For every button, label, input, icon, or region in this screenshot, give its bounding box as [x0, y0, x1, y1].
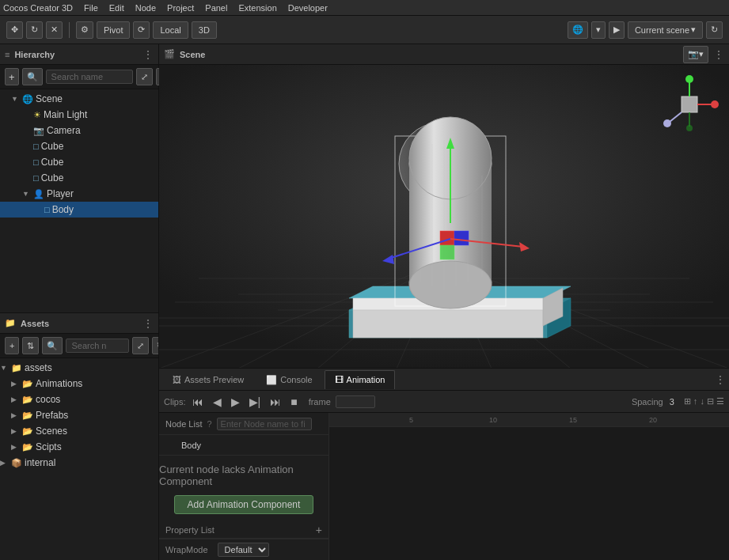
animations-label: Animations — [36, 378, 82, 389]
assets-menu-icon[interactable]: ⋮ — [142, 317, 154, 330]
3d-button[interactable]: 3D — [192, 21, 217, 39]
menu-item-edit[interactable]: Edit — [109, 3, 124, 13]
hierarchy-expand-button[interactable]: ⤢ — [136, 68, 153, 85]
prefabs-arrow-icon: ▶ — [11, 411, 22, 419]
svg-rect-38 — [454, 231, 469, 245]
cocos-folder-icon: 📂 — [22, 395, 33, 405]
toolbar-refresh-button[interactable]: ↻ — [706, 21, 723, 39]
assets-search-input[interactable] — [66, 339, 129, 353]
asset-item-scenes[interactable]: ▶ 📂 Scenes — [0, 423, 158, 439]
scene-panel-icon: 🎬 — [164, 49, 175, 59]
anim-first-button[interactable]: ⏮ — [189, 394, 207, 410]
asset-item-assets[interactable]: ▼ 📁 assets — [0, 360, 158, 376]
assets-header: 📁 Assets ⋮ — [0, 313, 158, 334]
scene-menu-icon[interactable]: ⋮ — [713, 48, 724, 61]
svg-point-30 — [409, 261, 492, 308]
body-animation-row[interactable]: Body — [159, 435, 328, 456]
scene-arrow-icon: ▼ — [11, 95, 22, 103]
timeline-icons: ⊞ ↑ ↓ ⊟ ☰ — [684, 396, 724, 407]
scripts-label: Scipts — [36, 441, 62, 452]
player-arrow-icon: ▼ — [22, 190, 33, 198]
toolbar-right: 🌐 ▾ ▶ Current scene ▾ ↻ — [568, 21, 723, 39]
center-panel: 🎬 Scene 📷▾ ⋮ — [159, 44, 729, 560]
hierarchy-search-toggle[interactable]: 🔍 — [22, 68, 43, 85]
timeline-tracks[interactable] — [329, 427, 729, 560]
node-list-help-icon[interactable]: ? — [207, 419, 211, 429]
animation-left-panel: Node List ? Body — [159, 413, 329, 560]
assets-add-button[interactable]: + — [5, 337, 19, 354]
menu-item-panel[interactable]: Panel — [205, 3, 227, 13]
cube3-icon: □ — [33, 173, 39, 183]
menu-item-file[interactable]: File — [84, 3, 98, 13]
anim-prev-button[interactable]: ◀ — [210, 394, 225, 410]
anim-last-button[interactable]: ⏭ — [267, 394, 284, 410]
hierarchy-search-input[interactable] — [46, 70, 133, 84]
orbit-button[interactable]: ⟳ — [133, 21, 150, 39]
scene-canvas[interactable] — [159, 65, 729, 368]
anim-play-pause-button[interactable]: ▶ — [228, 394, 243, 410]
tab-animation[interactable]: 🎞 Animation — [325, 370, 396, 389]
hierarchy-menu-icon[interactable]: ⋮ — [142, 48, 154, 61]
menu-item-cocos[interactable]: Cocos Creator 3D — [3, 3, 73, 13]
anim-stop-button[interactable]: ■ — [287, 394, 300, 410]
settings-icon-button[interactable]: ⚙ — [76, 21, 93, 39]
svg-line-52 — [670, 112, 682, 122]
asset-item-scripts[interactable]: ▶ 📂 Scipts — [0, 439, 158, 455]
tab-console[interactable]: ⬜ Console — [256, 370, 322, 389]
asset-item-cocos[interactable]: ▶ 📂 cocos — [0, 392, 158, 407]
assets-expand-button[interactable]: ⤢ — [132, 337, 149, 354]
add-animation-component-button[interactable]: Add Animation Component — [174, 495, 314, 514]
tree-item-body[interactable]: □ Body — [0, 202, 158, 218]
refresh-button[interactable]: ↻ — [26, 21, 43, 39]
tree-item-player[interactable]: ▼ 👤 Player — [0, 186, 158, 202]
bottom-panel-menu-icon[interactable]: ⋮ — [715, 373, 726, 386]
assets-arrow-icon: ▼ — [0, 364, 11, 372]
node-list-input[interactable] — [217, 418, 312, 430]
menu-item-project[interactable]: Project — [167, 3, 194, 13]
assets-sort-button[interactable]: ⇅ — [22, 337, 39, 354]
close-button[interactable]: ✕ — [46, 21, 63, 39]
local-button[interactable]: Local — [153, 21, 188, 39]
wrapmode-select[interactable]: Default — [218, 543, 269, 557]
globe-button[interactable]: 🌐 — [568, 21, 588, 39]
body-label-area: Body — [159, 435, 329, 455]
tab-bar-right: ⋮ — [715, 373, 726, 386]
tree-item-camera[interactable]: 📷 Camera — [0, 123, 158, 138]
internal-label: internal — [25, 457, 55, 468]
left-panel: ≡ Hierarchy ⋮ + 🔍 ⤢ ↻ ▼ 🌐 Scene — [0, 44, 159, 560]
tab-assets-preview[interactable]: 🖼 Assets Preview — [162, 370, 254, 389]
menu-item-node[interactable]: Node — [135, 3, 156, 13]
asset-item-animations[interactable]: ▶ 📂 Animations — [0, 376, 158, 392]
menu-item-extension[interactable]: Extension — [238, 3, 276, 13]
hierarchy-add-button[interactable]: + — [5, 68, 19, 85]
scene-camera-button[interactable]: 📷▾ — [683, 46, 708, 63]
tree-item-main-light[interactable]: ☀ Main Light — [0, 107, 158, 123]
tree-item-cube-3[interactable]: □ Cube — [0, 170, 158, 186]
assets-refresh-button[interactable]: ↻ — [152, 337, 158, 354]
tree-item-cube-2[interactable]: □ Cube — [0, 154, 158, 170]
scene-label: Scene — [36, 93, 63, 104]
tree-item-cube-1[interactable]: □ Cube — [0, 138, 158, 154]
toolbar-settings-button[interactable]: ▾ — [591, 21, 606, 39]
property-add-button[interactable]: + — [316, 524, 322, 536]
timeline-ruler: 5 10 15 20 — [329, 413, 729, 427]
property-list-label: Property List — [165, 525, 215, 535]
tree-item-scene[interactable]: ▼ 🌐 Scene — [0, 91, 158, 107]
menu-item-developer[interactable]: Developer — [288, 3, 328, 13]
assets-tree: ▼ 📁 assets ▶ 📂 Animations ▶ 📂 cocos — [0, 358, 158, 560]
hierarchy-tree: ▼ 🌐 Scene ☀ Main Light 📷 — [0, 89, 158, 312]
svg-point-51 — [711, 100, 719, 108]
player-icon: 👤 — [33, 189, 44, 199]
current-scene-button[interactable]: Current scene ▾ — [628, 21, 703, 39]
move-tool-button[interactable]: ✥ — [6, 21, 23, 39]
asset-item-prefabs[interactable]: ▶ 📂 Prefabs — [0, 407, 158, 423]
animation-notice-text: Current node lacks Animation Component — [159, 464, 328, 487]
pivot-button[interactable]: Pivot — [97, 21, 130, 39]
asset-item-internal[interactable]: ▶ 📦 internal — [0, 455, 158, 471]
anim-next-button[interactable]: ▶| — [246, 394, 264, 410]
frame-input[interactable] — [336, 395, 375, 408]
assets-folder-icon: 📁 — [11, 363, 22, 373]
assets-search-toggle[interactable]: 🔍 — [42, 337, 63, 354]
play-button[interactable]: ▶ — [609, 21, 625, 39]
svg-point-49 — [685, 75, 693, 83]
